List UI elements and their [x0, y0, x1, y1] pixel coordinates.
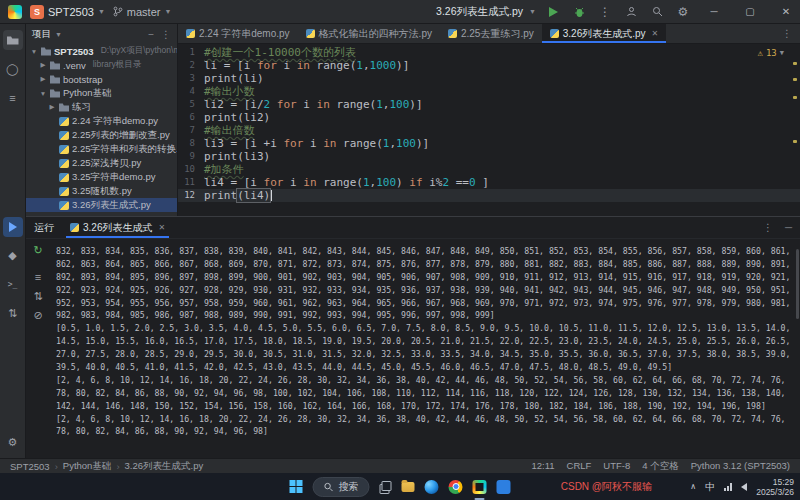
- line-number: 6: [178, 111, 204, 124]
- settings-button[interactable]: ⚙: [674, 5, 692, 19]
- python-file-icon: [59, 201, 69, 210]
- debug-button[interactable]: [570, 6, 588, 18]
- breadcrumb-item[interactable]: Python基础: [63, 460, 112, 473]
- rerun-button[interactable]: ↻: [33, 245, 42, 256]
- network-icon[interactable]: [724, 483, 732, 491]
- pycharm-taskbar-button[interactable]: [473, 477, 487, 497]
- taskbar-search[interactable]: 搜索: [313, 477, 370, 497]
- tree-item[interactable]: 2.25列表的增删改查.py: [26, 128, 177, 142]
- panel-options-icon[interactable]: ⋮: [161, 29, 171, 40]
- expander-icon[interactable]: ▼: [30, 48, 38, 55]
- windows-start-button[interactable]: [290, 480, 303, 493]
- tree-item[interactable]: ▶bootstrap: [26, 72, 177, 86]
- console-scrollbar[interactable]: [796, 249, 799, 319]
- status-item[interactable]: Python 3.12 (SPT2503): [691, 460, 790, 473]
- window-minimize-button[interactable]: ─: [700, 0, 728, 24]
- tree-item[interactable]: ▼SPT2503D:\pyX项目\python\myflaskpro: [26, 44, 177, 58]
- active-app-indicator: [475, 498, 485, 500]
- expander-icon[interactable]: ▼: [39, 90, 47, 97]
- console-line: 39.5, 40.0, 40.5, 41.0, 41.5, 42.0, 42.5…: [56, 361, 796, 374]
- run-configuration-selector[interactable]: 3.26列表生成式.py ▼: [436, 5, 536, 19]
- tree-item[interactable]: ▶练习: [26, 100, 177, 114]
- project-panel-title[interactable]: 项目: [32, 28, 51, 41]
- search-everywhere-button[interactable]: [648, 6, 666, 17]
- tree-item-label: .venv: [63, 60, 86, 71]
- tree-item-label: 3.26列表生成式.py: [72, 199, 151, 212]
- volume-icon[interactable]: [741, 483, 747, 491]
- user-account-button[interactable]: [622, 6, 640, 17]
- commit-tool-button[interactable]: ◯: [3, 59, 23, 79]
- services-tool-button[interactable]: ⇅: [3, 304, 23, 324]
- chevron-down-icon: ▼: [780, 47, 784, 60]
- window-close-button[interactable]: ✕: [772, 0, 800, 24]
- input-method-indicator[interactable]: 中: [705, 480, 715, 494]
- status-item[interactable]: 4 个空格: [642, 460, 678, 473]
- blue-app-icon[interactable]: [497, 480, 511, 494]
- run-tool-label[interactable]: 运行: [34, 221, 54, 235]
- editor-tab[interactable]: 2.25去重练习.py: [440, 24, 542, 43]
- task-view-button[interactable]: [380, 481, 392, 493]
- tree-item[interactable]: 3.25随机数.py: [26, 184, 177, 198]
- expander-icon[interactable]: ▶: [48, 103, 56, 111]
- collapse-all-icon[interactable]: −: [148, 29, 154, 40]
- terminal-tool-button[interactable]: >_: [3, 275, 23, 295]
- more-actions-button[interactable]: ⋮: [596, 5, 614, 19]
- tree-item-path: library根目录: [93, 59, 142, 71]
- settings-strip-button[interactable]: ⚙: [3, 432, 23, 452]
- status-item[interactable]: 12:11: [531, 460, 554, 473]
- run-button[interactable]: [544, 7, 562, 17]
- structure-tool-button[interactable]: ≡: [3, 88, 23, 108]
- close-icon[interactable]: ✕: [652, 29, 659, 38]
- run-panel-options-icon[interactable]: ⋮: [763, 222, 773, 233]
- editor-tab[interactable]: 格式化输出的四种方法.py: [298, 24, 440, 43]
- tree-item[interactable]: ▼Python基础: [26, 86, 177, 100]
- title-bar: S SPT2503 ▼ master ▼ 3.26列表生成式.py ▼ ⋮: [0, 0, 800, 24]
- clear-output-button[interactable]: ⊘: [33, 310, 42, 321]
- system-tray: ∧ 中 15:29 2025/3/26: [690, 477, 794, 497]
- breadcrumb-item[interactable]: 3.26列表生成式.py: [125, 460, 204, 473]
- window-maximize-button[interactable]: ▢: [736, 0, 764, 24]
- inspections-widget[interactable]: ⚠ 13 ▼: [758, 47, 784, 60]
- expander-icon[interactable]: ▶: [39, 75, 47, 83]
- vcs-branch-selector[interactable]: master ▼: [113, 6, 172, 18]
- project-selector[interactable]: S SPT2503 ▼: [30, 5, 105, 19]
- code-line: 3print(li): [178, 72, 800, 85]
- console-line: 14.5, 15.0, 15.5, 16.0, 16.5, 17.0, 17.5…: [56, 335, 796, 348]
- run-console[interactable]: 832, 833, 834, 835, 836, 837, 838, 839, …: [50, 239, 800, 458]
- tree-item[interactable]: 3.25字符串demo.py: [26, 170, 177, 184]
- chrome-browser-icon[interactable]: [449, 480, 463, 494]
- hide-panel-icon[interactable]: ─: [785, 222, 792, 233]
- status-item[interactable]: UTF-8: [603, 460, 630, 473]
- taskbar-clock[interactable]: 15:29 2025/3/26: [756, 477, 794, 497]
- tree-item-label: 2.25字符串和列表的转换.py: [72, 143, 177, 156]
- status-item[interactable]: CRLF: [567, 460, 592, 473]
- tray-expand-chevron[interactable]: ∧: [690, 482, 696, 491]
- run-tool-button[interactable]: [3, 217, 23, 237]
- run-configuration-name: 3.26列表生成式.py: [436, 5, 523, 19]
- project-tool-button[interactable]: [3, 30, 23, 50]
- python-file-icon: [59, 117, 69, 126]
- file-explorer-icon[interactable]: [402, 482, 415, 492]
- tabs-more-icon[interactable]: ⋮: [774, 24, 800, 43]
- breadcrumb-item[interactable]: SPT2503: [10, 461, 50, 472]
- tree-item[interactable]: 3.26列表生成式.py: [26, 198, 177, 212]
- pin-tab-button[interactable]: ≡: [35, 272, 41, 283]
- editor[interactable]: 1#创建一个1-10000个数的列表2li = [i for i in rang…: [178, 44, 800, 216]
- scroll-end-button[interactable]: ⇅: [33, 291, 42, 302]
- debug-tool-button[interactable]: ◆: [3, 246, 23, 266]
- console-line: [2, 4, 6, 8, 10, 12, 14, 16, 18, 20, 22,…: [56, 413, 796, 426]
- editor-tab-label: 2.24 字符串demo.py: [199, 27, 290, 41]
- tree-item[interactable]: 2.25字符串和列表的转换.py: [26, 142, 177, 156]
- editor-tab[interactable]: 2.24 字符串demo.py: [178, 24, 298, 43]
- tree-item[interactable]: 2.24 字符串demo.py: [26, 114, 177, 128]
- tree-item-label: SPT2503: [54, 46, 94, 57]
- tree-item[interactable]: 2.25深浅拷贝.py: [26, 156, 177, 170]
- close-icon[interactable]: ✕: [158, 223, 165, 232]
- editor-tab[interactable]: 3.26列表生成式.py✕: [542, 24, 667, 43]
- edge-browser-icon[interactable]: [425, 480, 439, 494]
- console-line: 27.0, 27.5, 28.0, 28.5, 29.0, 29.5, 30.0…: [56, 348, 796, 361]
- code-line: 2li = [i for i in range(1,1000)]: [178, 59, 800, 72]
- expander-icon[interactable]: ▶: [39, 61, 47, 69]
- run-tab[interactable]: 3.26列表生成式 ✕: [66, 217, 169, 238]
- tree-item[interactable]: ▶.venvlibrary根目录: [26, 58, 177, 72]
